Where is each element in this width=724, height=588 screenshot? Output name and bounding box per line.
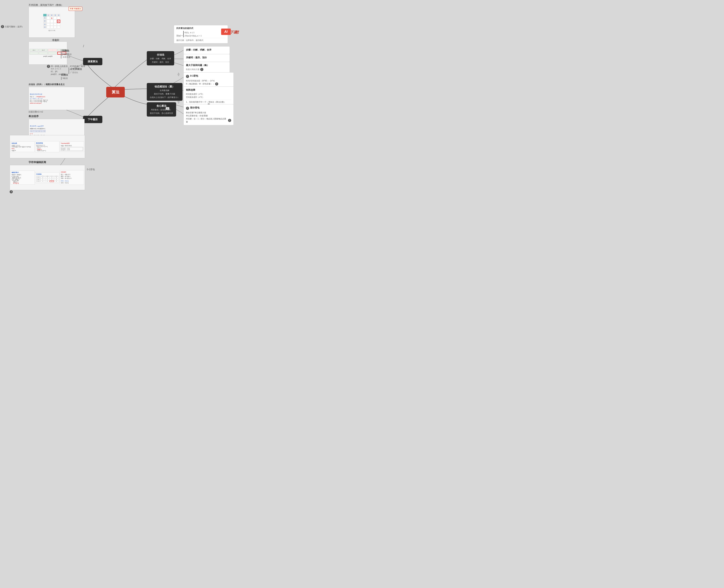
- knapsack-left-label: 0-1背包: [87, 168, 95, 171]
- divide-conquer-sub2: 关键词：递归、划分: [150, 61, 171, 63]
- merge-formula-box: 归并算法的递归式 T(n) = O(1), n ≤ 1 2T(n/2)+O(n)…: [174, 25, 228, 43]
- dp-sub2: 最优子结构、重叠子问题: [150, 92, 179, 95]
- dc-keywords-box: 关键词：递归、划分: [183, 54, 230, 62]
- dp-sub1: 全局最优解: [150, 89, 179, 92]
- search-backtrack: 回溯法 N皇后问题 深度优先: [61, 49, 80, 59]
- search-node: 搜索算法: [83, 58, 102, 65]
- badge-1c: 1: [228, 119, 231, 122]
- reverse-note: 1 方案可翻转（逆序）: [1, 25, 24, 28]
- search-label: 搜索算法: [88, 60, 98, 63]
- divide-conquer-node: 分治法 步骤：分解、求解、合并 关键词：递归、划分: [147, 51, 174, 65]
- svg-text:/: /: [83, 44, 84, 48]
- dp-label: 动态规划法（重）: [155, 85, 175, 88]
- knapsack01-box: 2 0-1背包 时间/空间复杂度：(N*W) → (n^n) N（物品数量）W（…: [183, 72, 234, 87]
- partial-knapsack-box: 2 部分背包 剩余容量*单位量最大值 单位置量价值：价值/重量 对应解：全：1；…: [183, 104, 234, 125]
- edit-distance-label: 字符串编辑距离: [28, 161, 46, 164]
- nqueens-label: 不停回溯，直到放下四个（数独）: [28, 3, 63, 7]
- edit-distance-thumbnail: 编辑距离DP d[i][0]=i, d[0][j]=j if s1[i]=s2[…: [9, 165, 85, 190]
- slash2: /: [178, 100, 179, 104]
- badge-2b: 2: [186, 75, 189, 78]
- greedy-label: 贪心算法: [156, 104, 166, 107]
- formula-annotation2: 想: [235, 30, 239, 35]
- nqueens-thumbnail: · 1 2 3 4 1 Q 2 8.. 3 4 Q[1,2,3,4: [28, 7, 75, 38]
- badge-3: 3: [9, 190, 13, 193]
- badge-2d: 2: [186, 107, 189, 110]
- greedy-node: 贪心算法 局部最优（近似最优解） 最优子结构、贪心选择性质: [147, 102, 176, 117]
- divide-merge-label: 分治法（归并）：画图分析变量名含义: [28, 83, 65, 86]
- afternoon-label: 下午题目: [88, 118, 98, 121]
- badge-2a: 2: [47, 65, 50, 68]
- ai-badge: Ai: [221, 28, 231, 35]
- badge-3b: 3: [215, 82, 218, 85]
- compare-count: 比较次数n1+n2: [28, 110, 43, 113]
- afternoon-node: 下午题目: [83, 116, 102, 123]
- dp-sub3: 自底向上/自顶向下（值不断变小）: [150, 96, 179, 99]
- slash1: /: [178, 73, 179, 77]
- greedy-sub2: 最优子结构、贪心选择性质: [150, 112, 173, 114]
- divide-conquer-label: 分治法: [157, 53, 164, 56]
- badge-1b: 1: [200, 68, 203, 71]
- greedy-sub1: 局部最优（近似最优解）: [150, 108, 173, 111]
- badge-1a: 1: [1, 25, 4, 28]
- dc-maxsubarray-box: 最大子段和问题（略） 取最大和的方案 1: [183, 62, 230, 73]
- dp-node: 动态规划法（重） 全局最优解 最优子结构、重叠子问题 自底向上/自顶向下（值不断…: [147, 83, 182, 101]
- annotation-box: 作者 叫做算法: [68, 7, 82, 11]
- ai-icon-small: AI: [166, 107, 169, 110]
- afternoon-thumbnail1: 矩阵连乘 m[i][j] = 0 if i=j min{m[i][k]+m[k+…: [9, 135, 85, 158]
- merge-sort-thumbnail: 数组归并排序分析 A[p..r]→merge(A,p,q,r) n1 = q-p…: [28, 87, 85, 110]
- dc-steps-box: 步骤：分解、求解、合并: [183, 46, 230, 54]
- hill-sort-label: 希尔排序: [28, 114, 39, 118]
- center-node: 算法: [106, 87, 125, 98]
- backtrack-nqueens: 回溯法 N皇后: [61, 74, 68, 80]
- center-label: 算法: [112, 90, 119, 94]
- divide-conquer-sub1: 步骤：分解、求解、合并: [150, 57, 171, 60]
